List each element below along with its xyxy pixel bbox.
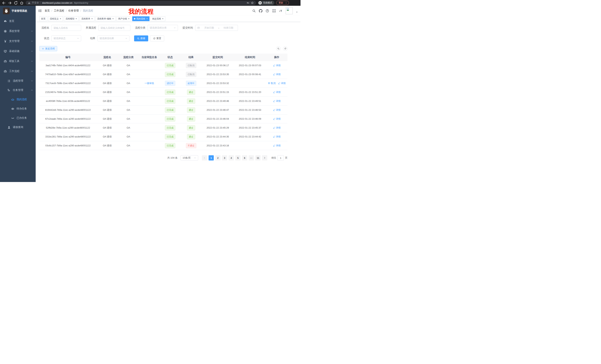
submit-time-range-picker[interactable]: 开始日期 - 结束日期 — [195, 25, 238, 31]
browser-back-icon[interactable] — [2, 1, 6, 5]
header-search-icon[interactable] — [252, 9, 256, 13]
tag-view-tab[interactable]: 我的流程× — [132, 16, 150, 21]
detail-action-link[interactable]: 详情 — [273, 73, 281, 76]
pager-ellipsis[interactable]: ··· — [249, 155, 254, 161]
close-icon[interactable]: × — [128, 18, 130, 20]
detail-action-link[interactable]: 详情 — [273, 99, 281, 103]
sidebar-collapse-icon[interactable] — [38, 9, 42, 13]
app-logo-row[interactable]: 芋道管理系统 — [0, 6, 36, 16]
process-name-input[interactable] — [51, 25, 81, 31]
sidebar-item-label: 任务管理 — [13, 88, 23, 92]
browser-forward-icon[interactable] — [8, 1, 12, 5]
category-select[interactable]: 请选择流程分类 — [148, 25, 178, 31]
sidebar-item-首页[interactable]: 首页 — [0, 16, 36, 26]
page-number-button[interactable]: 3 — [222, 155, 227, 161]
detail-action-link[interactable]: 详情 — [273, 135, 281, 138]
trash-icon — [268, 82, 270, 84]
status-cell: 已完成 — [160, 63, 180, 68]
category-label: 流程分类 — [135, 26, 148, 29]
next-page-button[interactable] — [262, 155, 267, 161]
page-number-button[interactable]: 11 — [255, 155, 260, 161]
browser-menu-icon[interactable] — [285, 2, 287, 4]
close-icon[interactable]: × — [75, 18, 77, 20]
close-icon[interactable]: × — [112, 18, 114, 20]
browser-home-icon[interactable] — [20, 1, 24, 5]
page-size-select[interactable]: 10条/页 — [180, 155, 198, 161]
breadcrumb-item[interactable]: 工作流程 — [54, 9, 64, 12]
status-badge: 已完成 — [165, 72, 175, 77]
process-id-cell: 331bc281-7b9a-11ec-a290-acde48001122 — [39, 135, 97, 138]
detail-action-link[interactable]: 详情 — [273, 126, 281, 130]
tag-view-tab[interactable]: 流程定义× — [48, 16, 63, 21]
avatar-caret-down-icon[interactable] — [296, 11, 298, 13]
tag-view-tab[interactable]: 发起流程× — [150, 16, 165, 21]
sidebar-item-我的流程[interactable]: 我的流程 — [0, 95, 36, 104]
breadcrumb-item[interactable]: 首页 — [45, 9, 50, 12]
pen-icon — [273, 64, 275, 67]
help-icon[interactable] — [266, 9, 269, 13]
sidebar-item-已办任务[interactable]: 已办任务 — [0, 113, 36, 123]
sidebar-item-支付管理[interactable]: 支付管理 — [0, 36, 36, 46]
category-cell: OA — [118, 64, 139, 67]
tag-view-tab[interactable]: 流程表单-编辑× — [95, 16, 116, 21]
page-number-button[interactable]: 6 — [242, 155, 247, 161]
chevron-up-icon — [31, 70, 33, 72]
result-badge: 通过 — [187, 116, 195, 122]
pen-icon — [273, 100, 275, 102]
close-icon[interactable]: × — [146, 18, 148, 20]
detail-action-link[interactable]: 详情 — [273, 64, 281, 67]
not-secure-icon — [28, 2, 30, 4]
page-number-button[interactable]: 5 — [235, 155, 240, 161]
sidebar-item-任务管理[interactable]: 任务管理 — [0, 86, 36, 95]
refresh-table-button[interactable] — [283, 46, 288, 51]
tag-view-tab[interactable]: 首页 — [39, 16, 47, 21]
detail-action-link[interactable]: 详情 — [273, 108, 281, 112]
avatar[interactable] — [286, 7, 293, 14]
prev-page-button[interactable] — [202, 155, 207, 161]
sidebar-item-待办任务[interactable]: 待办任务 — [0, 104, 36, 113]
detail-action-link[interactable]: 详情 — [273, 91, 281, 94]
browser-update-button[interactable]: 更新 — [276, 1, 289, 5]
sidebar-item-系统管理[interactable]: 系统管理 — [0, 26, 36, 36]
page-number-button[interactable]: 2 — [215, 155, 220, 161]
address-bar[interactable]: 不安全 dashboard.yudao.iocoder.cn/bpm/task/… — [26, 1, 256, 5]
font-size-icon[interactable]: TT — [279, 9, 282, 13]
sidebar-item-请假查询[interactable]: 请假查询 — [0, 123, 36, 132]
reset-button[interactable]: 重置 — [150, 35, 164, 41]
search-button[interactable]: 搜索 — [134, 35, 148, 41]
category-cell: OA — [118, 144, 139, 147]
current-task-link[interactable]: 一级审批 — [144, 82, 154, 85]
bookmark-star-icon[interactable] — [251, 1, 254, 4]
process-definition-input-field[interactable] — [100, 27, 128, 29]
fullscreen-icon[interactable] — [272, 9, 276, 13]
sidebar-item-流程管理[interactable]: 流程管理 — [0, 76, 36, 86]
detail-action-link[interactable]: 详情 — [273, 144, 281, 147]
submit-time-cell: 2022-01-22 23:46:47 — [201, 108, 234, 111]
status-select[interactable]: 请选择状态 — [51, 35, 81, 41]
github-icon[interactable] — [259, 9, 262, 13]
close-icon[interactable]: × — [60, 18, 61, 20]
tag-view-tab[interactable]: 流程模型× — [64, 16, 79, 21]
close-icon[interactable]: × — [162, 18, 164, 20]
password-key-icon[interactable] — [247, 1, 250, 4]
goto-page-input[interactable] — [278, 155, 284, 161]
process-name-input-field[interactable] — [53, 27, 79, 29]
create-process-button[interactable]: 发起流程 — [39, 46, 57, 51]
sidebar-item-工作流程[interactable]: 工作流程 — [0, 66, 36, 76]
detail-action-link[interactable]: 详情 — [273, 117, 281, 121]
tag-view-tab[interactable]: 用户分组× — [116, 16, 131, 21]
page-number-button[interactable]: 4 — [229, 155, 234, 161]
sidebar-item-基础设施[interactable]: 基础设施 — [0, 46, 36, 56]
browser-reload-icon[interactable] — [14, 1, 18, 5]
sidebar-item-研发工具[interactable]: 研发工具 — [0, 56, 36, 66]
detail-action-link[interactable]: 详情 — [278, 82, 286, 85]
process-definition-input[interactable] — [99, 25, 130, 31]
tag-view-tab[interactable]: 流程表单× — [80, 16, 95, 21]
show-search-toggle-button[interactable] — [276, 46, 281, 51]
process-name-cell: OA 请假 — [97, 82, 118, 85]
result-select[interactable]: 请选择流结果 — [98, 35, 130, 41]
page-number-button[interactable]: 1 — [209, 155, 214, 161]
close-icon[interactable]: × — [91, 18, 93, 20]
breadcrumb-item[interactable]: 任务管理 — [68, 9, 79, 12]
cancel-action-link[interactable]: 取消 — [268, 82, 276, 85]
